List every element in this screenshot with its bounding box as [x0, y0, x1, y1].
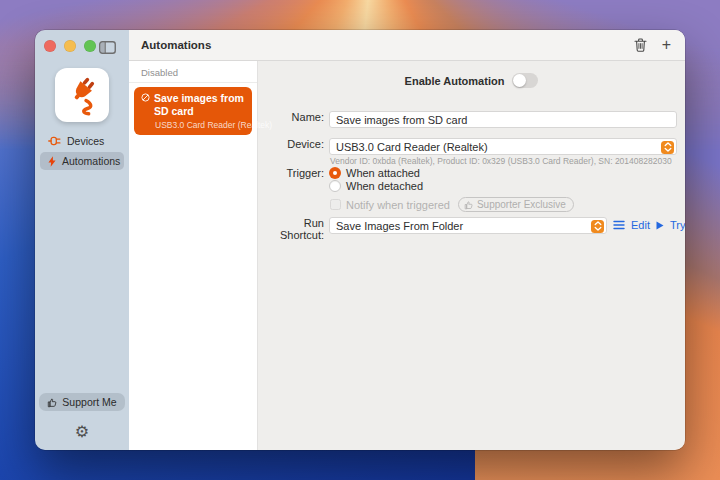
automation-list-pane: Disabled Save images from SD card USB3.0… [129, 61, 258, 450]
thumbs-up-icon [464, 200, 474, 210]
trash-icon[interactable] [634, 38, 647, 52]
device-meta-text: Vendor ID: 0xbda (Realtek), Product ID: … [330, 156, 672, 166]
radio-unselected-icon [329, 180, 341, 192]
enable-automation-row: Enable Automation [258, 73, 685, 88]
content: Disabled Save images from SD card USB3.0… [129, 61, 685, 450]
run-shortcut-label: Run Shortcut: [258, 217, 324, 241]
bolt-icon [48, 156, 56, 167]
toolbar-actions: + [634, 37, 671, 53]
radio-when-attached[interactable]: When attached [329, 167, 420, 179]
list-item-subtitle: USB3.0 Card Reader (Realtek) [155, 120, 246, 130]
name-input[interactable]: Save images from SD card [329, 111, 677, 128]
sidebar-item-devices[interactable]: Devices [40, 132, 124, 150]
run-shortcut-row: Run Shortcut: Save Images From Folder [258, 217, 685, 234]
toolbar: Automations + [129, 30, 685, 61]
run-shortcut-value: Save Images From Folder [336, 220, 463, 232]
app-window: Devices Automations Support Me [35, 30, 685, 450]
support-me-button[interactable]: Support Me [39, 393, 124, 411]
list-item-title: Save images from SD card [154, 92, 246, 118]
disabled-circle-slash-icon [141, 93, 150, 118]
gear-icon[interactable]: ⚙ [75, 424, 89, 440]
device-label: Device: [258, 138, 324, 150]
enable-automation-label: Enable Automation [405, 75, 505, 87]
zoom-window-button[interactable] [84, 40, 96, 52]
shortcut-steps-icon[interactable] [613, 220, 625, 230]
radio-when-detached[interactable]: When detached [329, 180, 423, 192]
list-section-header: Disabled [129, 61, 257, 83]
radio-label: When detached [346, 180, 423, 192]
edit-button[interactable]: Edit [631, 219, 650, 231]
name-value: Save images from SD card [336, 114, 467, 126]
radio-selected-icon [329, 167, 341, 179]
sidebar-toggle-icon[interactable] [97, 39, 117, 55]
app-icon [55, 68, 109, 122]
device-dropdown[interactable]: USB3.0 Card Reader (Realtek) [329, 138, 677, 155]
automation-detail-pane: Enable Automation Name: Save images from… [258, 61, 685, 450]
notify-checkbox [330, 199, 341, 210]
sidebar-footer: Support Me ⚙ [35, 393, 129, 440]
minimize-window-button[interactable] [64, 40, 76, 52]
sidebar-nav: Devices Automations [40, 132, 124, 172]
supporter-exclusive-badge: Supporter Exclusive [458, 197, 574, 212]
play-icon[interactable] [656, 221, 664, 230]
sidebar-item-label: Automations [62, 155, 120, 167]
plug-logo-icon [61, 74, 103, 116]
run-shortcut-dropdown[interactable]: Save Images From Folder [329, 217, 607, 234]
notify-label: Notify when triggered [346, 199, 450, 211]
sidebar-item-automations[interactable]: Automations [40, 152, 124, 170]
badge-label: Supporter Exclusive [477, 199, 566, 210]
sidebar: Devices Automations Support Me [35, 30, 129, 450]
name-label: Name: [258, 111, 324, 123]
close-window-button[interactable] [44, 40, 56, 52]
device-value: USB3.0 Card Reader (Realtek) [336, 141, 488, 153]
radio-label: When attached [346, 167, 420, 179]
run-shortcut-actions: Edit Try [613, 219, 685, 231]
automation-list-item[interactable]: Save images from SD card USB3.0 Card Rea… [134, 87, 252, 135]
support-me-label: Support Me [62, 396, 116, 408]
try-button[interactable]: Try [670, 219, 685, 231]
enable-automation-toggle[interactable] [512, 73, 538, 88]
window-title: Automations [141, 39, 211, 51]
window-controls [44, 40, 96, 52]
sidebar-item-label: Devices [67, 135, 104, 147]
main-area: Automations + Disabled [129, 30, 685, 450]
trigger-label: Trigger: [258, 167, 324, 179]
toggle-knob [513, 74, 526, 87]
plug-icon [48, 136, 61, 146]
thumbs-up-icon [47, 397, 58, 408]
dropdown-stepper-icon [661, 141, 674, 154]
device-row: Device: USB3.0 Card Reader (Realtek) [258, 138, 685, 155]
dropdown-stepper-icon [591, 220, 604, 233]
add-automation-button[interactable]: + [662, 37, 671, 53]
